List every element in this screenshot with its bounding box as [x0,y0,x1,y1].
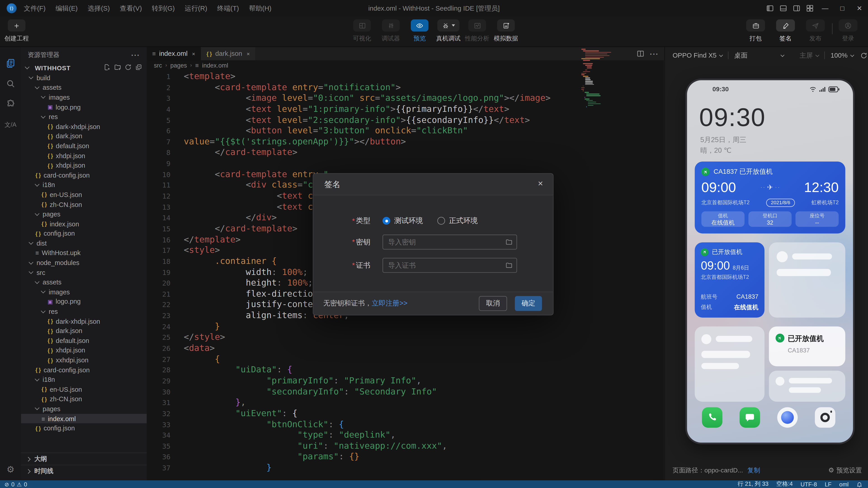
phone-app-icon[interactable] [702,407,722,428]
gate-button[interactable]: 登机口32 [748,212,792,227]
menu-item[interactable]: 终端(T) [212,4,244,13]
encoding[interactable]: UTF-8 [800,481,817,487]
toolbar-login-button[interactable]: 登录 [830,20,866,43]
refresh-icon[interactable] [125,64,132,71]
tree-item-build[interactable]: build [21,73,147,83]
flight-card-square[interactable]: ✈ 已开放值机 09:00 8月6日 北京首都国际机场T2 航班号 CA1837… [694,242,765,318]
folder-icon[interactable] [505,238,513,246]
messages-app-icon[interactable] [740,407,760,428]
folder-icon[interactable] [505,262,513,269]
tree-item-config.json[interactable]: { }config.json [21,229,147,238]
tree-item-src[interactable]: src [21,268,147,278]
radio-prod-env[interactable] [437,217,445,225]
tree-item-zh-CN.json[interactable]: { }zh-CN.json [21,394,147,404]
radio-test-env[interactable] [382,217,390,225]
phone-preview[interactable]: 09:30 09:30 5月25日，周三 晴，20 ℃ ✈ CA1837 已开放… [687,80,853,443]
tree-item-dark.json[interactable]: { }dark.json [21,131,147,141]
outline-section[interactable]: 大纲 [21,453,147,465]
seat-button[interactable]: 座位号-- [796,212,839,227]
bell-icon[interactable] [857,481,863,487]
tree-item-xxhdpi.json[interactable]: { }xxhdpi.json [21,355,147,365]
tree-item-zh-CN.json[interactable]: { }zh-CN.json [21,199,147,209]
cert-input[interactable] [383,258,517,272]
new-folder-icon[interactable] [114,64,121,71]
screen-select[interactable]: 主屏 [800,51,819,60]
toggle-secondary-sidebar-icon[interactable] [790,0,803,17]
camera-app-icon[interactable] [815,407,835,428]
tree-item-en-US.json[interactable]: { }en-US.json [21,190,147,199]
tree-item-assets[interactable]: assets [21,278,147,287]
menu-item[interactable]: 编辑(E) [51,4,83,13]
flight-card-wide[interactable]: ✈ CA1837 已开放值机 09:00 · · ✈ · · 12:30 北京首… [694,162,845,233]
refresh-preview-icon[interactable] [860,52,868,59]
tree-item-xhdpi.json[interactable]: { }xhdpi.json [21,346,147,355]
search-icon[interactable] [0,74,21,93]
mode-select[interactable]: 桌面 [734,51,784,60]
close-button[interactable]: ✕ [851,0,868,17]
split-editor-icon[interactable] [637,50,644,57]
tree-item-assets[interactable]: assets [21,83,147,92]
tree-item-default.json[interactable]: { }default.json [21,336,147,346]
new-file-icon[interactable] [103,64,111,71]
language-mode[interactable]: oml [839,481,848,487]
key-input[interactable] [383,235,517,249]
close-tab-icon[interactable]: × [192,51,195,57]
tree-item-images[interactable]: images [21,92,147,102]
tree-item-dist[interactable]: dist [21,238,147,248]
menu-item[interactable]: 选择(S) [83,4,115,13]
minimize-button[interactable]: — [816,0,834,17]
toolbar-mock-data-button[interactable]: 模拟数据 [488,20,524,43]
extensions-icon[interactable] [0,95,21,113]
eol[interactable]: LF [825,481,832,487]
tree-item-images[interactable]: images [21,287,147,297]
tree-item-i18n[interactable]: i18n [21,180,147,190]
translate-icon[interactable]: 文/A [0,115,21,134]
explorer-icon[interactable] [0,54,21,72]
toolbar-publish-button[interactable]: 发布 [798,20,833,43]
tree-item-pages[interactable]: pages [21,209,147,219]
settings-gear-icon[interactable]: ⚙ [0,460,21,479]
close-tab-icon[interactable]: × [247,51,250,57]
tree-item-node_modules[interactable]: node_modules [21,258,147,268]
tab-dark-json[interactable]: { } dark.json × [200,47,255,60]
menu-item[interactable]: 转到(G) [147,4,180,13]
confirm-button[interactable]: 确定 [515,296,542,311]
errors-icon[interactable]: ⊘ [4,481,9,487]
tree-item-card-config.json[interactable]: { }card-config.json [21,365,147,375]
copy-link[interactable]: 复制 [747,466,760,475]
timeline-section[interactable]: 时间线 [21,465,147,477]
preview-settings[interactable]: ⚙ 预览设置 [828,466,862,475]
breadcrumb[interactable]: src› pages› ≡ index.oml [154,60,228,70]
tree-item-default.json[interactable]: { }default.json [21,141,147,151]
tree-root[interactable]: WITHHOST [21,63,147,73]
menu-item[interactable]: 查看(V) [115,4,147,13]
collapse-all-icon[interactable] [135,64,143,71]
indentation[interactable]: 空格:4 [776,480,793,488]
tree-item-logo.png[interactable]: ▣logo.png [21,297,147,306]
create-project-button[interactable]: + 创建工程 [0,20,34,43]
menu-item[interactable]: 运行(R) [180,4,212,13]
menu-item[interactable]: 文件(F) [19,4,51,13]
editor-more-icon[interactable]: ··· [650,50,659,58]
cancel-button[interactable]: 取消 [479,296,507,311]
warnings-icon[interactable]: ⚠ [17,481,22,487]
toggle-panel-icon[interactable] [777,0,790,17]
tree-item-index.json[interactable]: { }index.json [21,219,147,229]
register-link[interactable]: 立即注册>> [372,299,407,308]
zoom-select[interactable]: 100% [831,52,854,59]
toggle-sidebar-icon[interactable] [763,0,777,17]
tree-item-res[interactable]: res [21,306,147,316]
cursor-position[interactable]: 行 21, 列 33 [738,480,769,488]
customize-layout-icon[interactable] [803,0,816,17]
minimap[interactable] [581,49,637,259]
sidebar-more-icon[interactable]: ··· [131,51,140,59]
device-select[interactable]: OPPO Find X5 [673,52,723,59]
tree-item-card-config.json[interactable]: { }card-config.json [21,170,147,180]
tree-item-index.oml[interactable]: ≡index.oml [21,414,147,423]
tree-item-xhdpi.json[interactable]: { }xhdpi.json [21,151,147,161]
tree-item-config.json[interactable]: { }config.json [21,423,147,433]
notification-card[interactable]: ✈ 已开放值机 CA1837 [769,326,845,366]
tree-item-en-US.json[interactable]: { }en-US.json [21,385,147,394]
tree-item-res[interactable]: res [21,112,147,122]
tree-item-pages[interactable]: pages [21,404,147,414]
